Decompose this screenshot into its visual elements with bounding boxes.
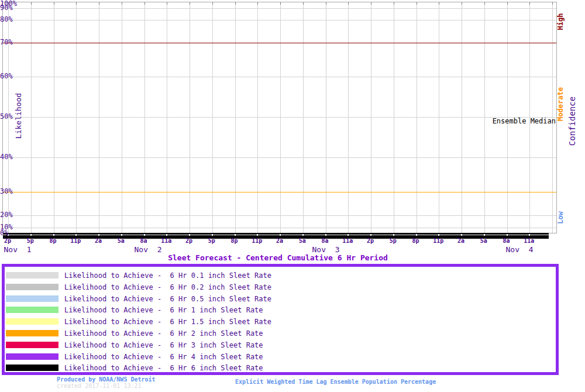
x-gridline [439, 2, 439, 233]
y-tick-label: 0% [0, 229, 8, 236]
created-timestamp: created 2017-11-01 13:21 [57, 383, 142, 389]
x-tick-label: 8a [140, 238, 147, 244]
y-tick-label: 80% [0, 16, 13, 23]
produced-by-text: Produced by NOAA/NWS Detroit [57, 376, 156, 383]
y-tick-label: 20% [0, 211, 13, 218]
legend-row: Likelihood to Achieve - 6 Hr 3 inch Slee… [5, 339, 556, 351]
axis-tick-mark [30, 234, 32, 236]
axis-tick-mark [166, 234, 167, 236]
x-gridline [167, 2, 167, 233]
axis-tick-mark [302, 234, 304, 236]
legend-swatch [6, 365, 58, 371]
top-tick-mark [529, 2, 530, 5]
y-tick-label: 90% [0, 4, 13, 11]
x-gridline [235, 2, 236, 233]
legend-row: Likelihood to Achieve - 6 Hr 2 inch Slee… [5, 328, 556, 339]
legend-box: West-Chicago Likelihood to Achieve - 6 H… [2, 264, 559, 375]
x-tick-label: 5p [208, 238, 215, 244]
axis-tick-mark [257, 234, 258, 236]
legend-swatch [6, 353, 58, 360]
x-tick-label: 5a [480, 238, 487, 244]
top-tick-mark [167, 2, 167, 5]
top-tick-mark [190, 2, 190, 5]
x-tick-label: 2a [276, 238, 283, 244]
x-tick-label: 2a [95, 238, 102, 244]
x-tick-label: 11a [524, 238, 534, 244]
x-gridline [99, 2, 99, 233]
method-text: Explicit Weighted Time Lag Ensemble Popu… [235, 379, 436, 385]
legend-swatch [6, 307, 58, 313]
axis-tick-mark [53, 234, 54, 236]
x-gridline [144, 2, 145, 233]
day-label: Nov 1 [4, 245, 32, 254]
legend-swatch [6, 295, 58, 302]
day-label: Nov 4 [506, 245, 534, 254]
legend-swatch [6, 272, 58, 278]
x-tick-label: 2a [457, 238, 464, 244]
axis-tick-mark [529, 234, 530, 236]
x-tick-label: 11a [161, 238, 171, 244]
top-tick-mark [348, 2, 349, 5]
x-gridline [462, 2, 462, 233]
x-gridline [348, 2, 349, 233]
axis-tick-mark [347, 234, 349, 236]
x-gridline [484, 2, 485, 233]
top-tick-mark [417, 2, 417, 5]
axis-tick-mark [416, 234, 417, 236]
x-gridline [303, 2, 304, 233]
axis-tick-mark [121, 234, 122, 236]
x-tick-label: 5a [299, 238, 306, 244]
legend-label: Likelihood to Achieve - 6 Hr 2 inch Slee… [64, 329, 263, 338]
axis-tick-mark [438, 234, 439, 236]
axis-tick-mark [144, 234, 145, 236]
top-tick-mark [76, 2, 77, 5]
legend-swatch [6, 318, 58, 325]
top-tick-mark [54, 2, 54, 5]
y-gridline [3, 20, 556, 20]
x-gridline [326, 2, 326, 233]
axis-tick-mark [189, 234, 190, 236]
legend-label: Likelihood to Achieve - 6 Hr 3 inch Slee… [64, 341, 263, 349]
x-tick-label: 11p [252, 238, 262, 244]
y-gridline [3, 8, 556, 9]
reference-line-70pct [3, 43, 556, 43]
axis-tick-mark [507, 234, 508, 236]
x-tick-label: 2p [4, 238, 11, 244]
y-tick-label: 40% [0, 153, 13, 160]
axis-tick-mark [280, 234, 281, 236]
y-gridline [3, 77, 556, 77]
top-tick-mark [326, 2, 326, 5]
legend-row: Likelihood to Achieve - 6 Hr 1 inch Slee… [5, 304, 556, 316]
x-gridline [212, 2, 213, 233]
confidence-band-label-moderate: Moderate [556, 87, 565, 121]
x-gridline [280, 2, 281, 233]
y-tick-label: 50% [0, 113, 13, 120]
confidence-band-label-low: Low [556, 211, 565, 224]
top-tick-mark [371, 2, 371, 5]
top-tick-mark [257, 2, 258, 5]
x-gridline [257, 2, 258, 233]
x-tick-label: 2p [367, 238, 374, 244]
axis-tick-mark [212, 234, 213, 236]
top-tick-mark [484, 2, 485, 5]
axis-tick-mark [370, 234, 371, 236]
axis-tick-mark [461, 234, 462, 236]
x-gridline [76, 2, 77, 233]
x-gridline [122, 2, 122, 233]
axis-tick-mark [484, 234, 485, 236]
median-line-highlight [3, 235, 549, 235]
x-tick-label: 11p [433, 238, 443, 244]
legend-swatch [6, 342, 58, 348]
x-tick-label: 2p [185, 238, 192, 244]
x-tick-label: 8p [230, 238, 238, 244]
x-tick-label: 5p [27, 238, 34, 244]
legend-label: Likelihood to Achieve - 6 Hr 1 inch Slee… [64, 306, 263, 314]
y-tick-label: 60% [0, 73, 13, 80]
x-tick-label: 5p [390, 238, 397, 244]
x-tick-label: 8p [49, 238, 56, 244]
top-tick-mark [462, 2, 462, 5]
right-axis-title: Confidence [567, 97, 577, 146]
axis-tick-mark [75, 234, 77, 236]
top-tick-mark [235, 2, 236, 5]
axis-tick-mark [393, 234, 394, 236]
